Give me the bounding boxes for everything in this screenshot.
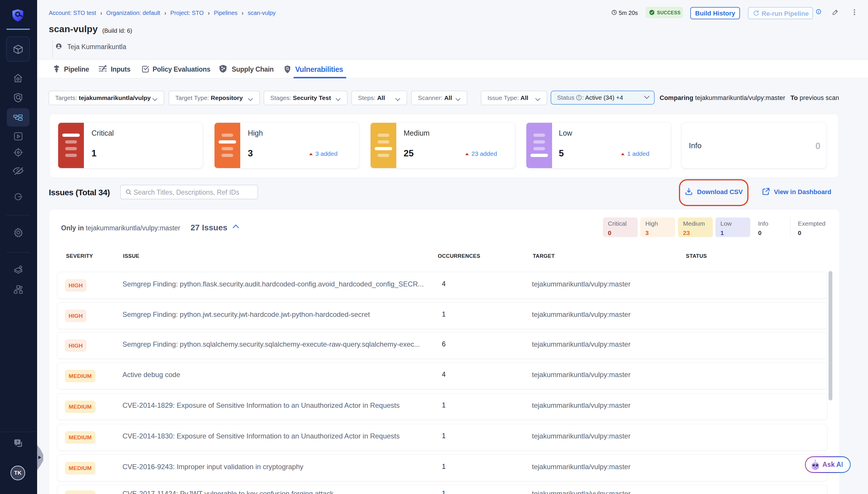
svg-text:?: ? — [16, 440, 18, 444]
